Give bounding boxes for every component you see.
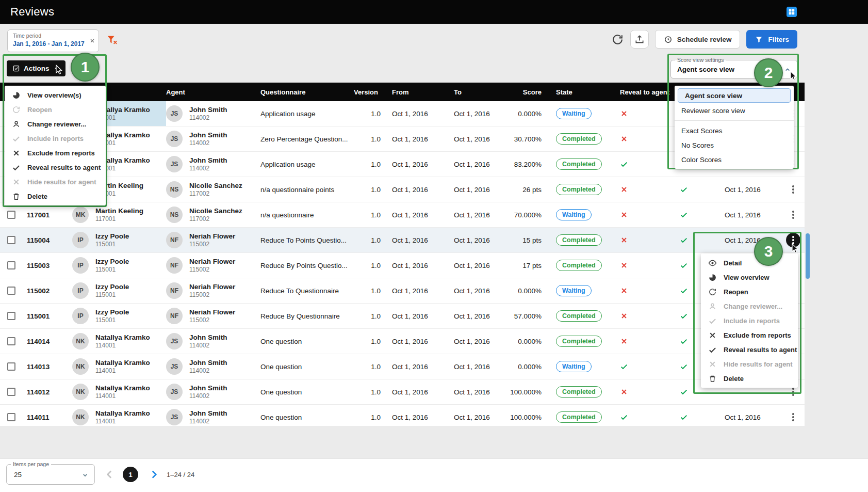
row-menu-item-view-overview[interactable]: View overview [701, 270, 798, 284]
clear-time-period-icon[interactable] [89, 38, 95, 44]
row-checkbox[interactable] [0, 278, 23, 303]
questionnaire-cell: Reduce By Questionnaire [258, 304, 354, 328]
version-cell: 1.0 [354, 177, 383, 202]
score-view-option-no-scores[interactable]: No Scores [675, 138, 794, 152]
x-icon [12, 149, 21, 157]
header-questionnaire: Questionnaire [258, 88, 354, 96]
reveal-to-agent-cell [617, 228, 661, 252]
row-menu-button[interactable] [782, 202, 805, 227]
actions-menu-item-view-overview-s[interactable]: View overview(s) [5, 88, 106, 102]
row-checkbox[interactable] [0, 329, 23, 354]
table-row-114011[interactable]: 114011NKNatallya Kramko114001JSJohn Smit… [0, 405, 805, 426]
reviewer-name-cell: Izzy Poole115001 [93, 228, 166, 252]
version-cell: 1.0 [354, 202, 383, 227]
row-checkbox[interactable] [0, 379, 23, 404]
table-row-115003[interactable]: 115003IPIzzy Poole115001NFNeriah Flower1… [0, 253, 805, 278]
export-button[interactable] [630, 30, 649, 49]
vertical-scrollbar[interactable] [806, 233, 810, 279]
checkbox[interactable] [7, 236, 15, 244]
kebab-menu-icon[interactable] [786, 208, 800, 222]
table-row-114013[interactable]: 114013NKNatallya Kramko114001JSJohn Smit… [0, 354, 805, 379]
checkbox[interactable] [7, 287, 15, 295]
row-checkbox[interactable] [0, 228, 23, 252]
row-menu-button[interactable] [782, 177, 805, 202]
actions-menu-item-exclude-from-reports[interactable]: Exclude from reports [5, 146, 106, 160]
row-menu-item-exclude-from-reports[interactable]: Exclude from reports [701, 328, 798, 342]
actions-menu-item-reveal-results-to-agent[interactable]: Reveal results to agent [5, 160, 106, 174]
avatar: NF [166, 282, 183, 299]
items-per-page-select[interactable]: Items per page 25 [6, 464, 95, 485]
score-view-option-exact-scores[interactable]: Exact Scores [675, 123, 794, 138]
current-page-button[interactable]: 1 [123, 467, 138, 482]
check-icon [708, 316, 717, 325]
row-menu-item-detail[interactable]: Detail [701, 256, 798, 270]
row-checkbox[interactable] [0, 202, 23, 227]
row-menu-item-reveal-results-to-agent[interactable]: Reveal results to agent [701, 342, 798, 357]
refresh-button[interactable] [611, 33, 624, 46]
questionnaire-cell: One question [258, 405, 354, 426]
to-date-cell: Oct 1, 2016 [447, 126, 506, 151]
check-icon [12, 163, 21, 172]
table-row-114014[interactable]: 114014NKNatallya Kramko114001JSJohn Smit… [0, 329, 805, 354]
score-view-value: Agent score view [677, 66, 734, 73]
row-menu-button[interactable] [782, 228, 805, 252]
header-from: From [383, 88, 447, 96]
table-row-115001[interactable]: 115001IPIzzy Poole115001NFNeriah Flower1… [0, 304, 805, 329]
remove-filters-icon[interactable] [106, 34, 118, 45]
score-view-option-reviewer-score-view[interactable]: Reviewer score view [675, 103, 794, 118]
review-id-cell: 115002 [23, 278, 72, 303]
score-view-option-color-scores[interactable]: Color Scores [675, 152, 794, 167]
actions-menu-item-delete[interactable]: Delete [5, 189, 106, 203]
reveal-to-agent-cell [617, 126, 661, 151]
table-row-115004[interactable]: 115004IPIzzy Poole115001NFNeriah Flower1… [0, 228, 805, 253]
next-page-button[interactable] [147, 468, 160, 481]
state-badge: Completed [545, 228, 617, 252]
agent-name-cell: John Smith114002 [187, 354, 258, 379]
reviewer-avatar: NK [72, 329, 93, 354]
kebab-menu-icon[interactable] [786, 182, 800, 197]
actions-button[interactable]: Actions [7, 60, 65, 76]
chevron-up-icon[interactable] [783, 66, 792, 74]
row-checkbox[interactable] [0, 304, 23, 328]
agent-avatar: NS [166, 202, 187, 227]
checkbox[interactable] [7, 388, 15, 396]
kebab-menu-icon[interactable] [786, 233, 800, 247]
table-row-115002[interactable]: 115002IPIzzy Poole115001NFNeriah Flower1… [0, 278, 805, 304]
row-menu-item-reopen[interactable]: Reopen [701, 284, 798, 299]
from-date-cell: Oct 1, 2016 [383, 177, 447, 202]
row-menu-button[interactable] [782, 405, 805, 426]
agent-avatar: JS [166, 126, 187, 151]
table-row-117001[interactable]: 117001MKMartin Keeling117001NSNicolle Sa… [0, 202, 805, 228]
viewed-by-agent-cell [661, 304, 707, 328]
reveal-to-agent-cell [617, 379, 661, 404]
page-title: Reviews [10, 0, 54, 24]
review-date-cell: Oct 1, 2016 [707, 202, 782, 227]
checkbox[interactable] [7, 362, 15, 371]
row-checkbox[interactable] [0, 253, 23, 278]
agent-name-cell: John Smith114002 [187, 379, 258, 404]
checkbox[interactable] [7, 261, 15, 269]
checkbox[interactable] [7, 211, 15, 219]
reviewer-avatar: IP [72, 304, 93, 328]
score-cell: 100.000% [506, 405, 545, 426]
row-menu-item-delete[interactable]: Delete [701, 371, 798, 386]
app-badge-icon[interactable] [787, 7, 797, 17]
table-row-114012[interactable]: 114012NKNatallya Kramko114001JSJohn Smit… [0, 379, 805, 405]
state-badge: Completed [545, 304, 617, 328]
checkbox[interactable] [7, 312, 15, 320]
previous-page-button [103, 468, 117, 481]
score-view-option-agent-score-view[interactable]: Agent score view [678, 88, 791, 103]
kebab-menu-icon[interactable] [786, 410, 800, 424]
checkbox[interactable] [7, 413, 15, 421]
reviewer-name-cell: Martin Keeling117001 [93, 202, 166, 227]
row-checkbox[interactable] [0, 354, 23, 379]
table-row[interactable]: Martin Keeling117001NSNicolle Sanchez117… [0, 177, 805, 202]
filters-button[interactable]: Filters [746, 30, 797, 49]
row-checkbox[interactable] [0, 405, 23, 426]
check-icon [680, 236, 688, 244]
schedule-review-button[interactable]: Schedule review [655, 30, 741, 49]
actions-menu-item-change-reviewer[interactable]: Change reviewer... [5, 117, 106, 131]
time-period-filter-chip[interactable]: Time period Jan 1, 2016 - Jan 1, 2017 [7, 29, 99, 52]
checkbox[interactable] [7, 337, 15, 345]
viewed-by-agent-cell [661, 177, 707, 202]
